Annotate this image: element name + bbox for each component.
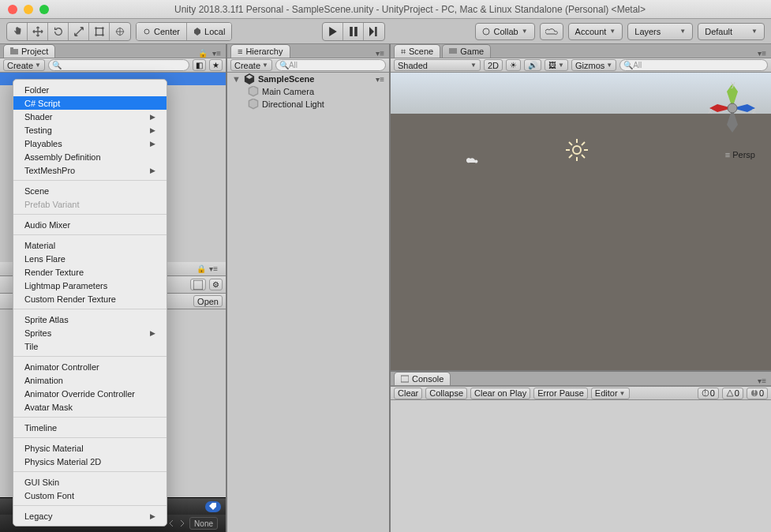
scene-tab[interactable]: ⌗Scene <box>394 44 440 58</box>
hierarchy-search[interactable]: 🔍All <box>275 59 386 71</box>
collapse-button[interactable]: Collapse <box>425 388 467 399</box>
clear-on-play-button[interactable]: Clear on Play <box>470 388 530 399</box>
scale-tool[interactable] <box>69 23 89 40</box>
menu-item-assembly-definition[interactable]: Assembly Definition <box>13 150 167 163</box>
menu-item-material[interactable]: Material <box>13 238 167 252</box>
inspector-icon[interactable] <box>190 279 206 290</box>
lock-icon[interactable]: 🔒 <box>198 49 208 58</box>
chevron-right-icon[interactable] <box>178 519 186 527</box>
favorite-icon[interactable]: ★ <box>209 59 223 71</box>
menu-item-lightmap-parameters[interactable]: Lightmap Parameters <box>13 279 167 292</box>
account-button[interactable]: Account▼ <box>568 23 623 40</box>
menu-item-render-texture[interactable]: Render Texture <box>13 265 167 279</box>
menu-item-custom-render-texture[interactable]: Custom Render Texture <box>13 292 167 305</box>
unity-icon <box>244 73 255 84</box>
scene-row[interactable]: ▼ SampleScene ▾≡ <box>227 73 389 85</box>
draw-mode-select[interactable]: Shaded▼ <box>394 59 481 71</box>
minimize-window[interactable] <box>24 5 33 14</box>
error-count[interactable]: !0 <box>747 388 768 399</box>
clear-button[interactable]: Clear <box>394 388 422 399</box>
warn-count[interactable]: 0 <box>722 388 743 399</box>
svg-point-9 <box>483 28 489 35</box>
open-button[interactable]: Open <box>193 295 223 307</box>
titlebar: Unity 2018.3.1f1 Personal - SampleScene.… <box>0 0 771 19</box>
menu-item-physics-material-2d[interactable]: Physics Material 2D <box>13 455 167 468</box>
project-create-button[interactable]: Create▼ <box>3 59 45 71</box>
gear-icon[interactable]: ⚙ <box>209 279 223 290</box>
step-button[interactable] <box>364 23 384 40</box>
menu-item-shader[interactable]: Shader▶ <box>13 110 167 123</box>
panel-menu[interactable]: ▾≡ <box>758 49 766 58</box>
menu-item-playables[interactable]: Playables▶ <box>13 137 167 150</box>
menu-item-sprite-atlas[interactable]: Sprite Atlas <box>13 313 167 326</box>
menu-item-testing[interactable]: Testing▶ <box>13 123 167 137</box>
move-tool[interactable] <box>28 23 48 40</box>
chevron-left-icon[interactable] <box>167 519 175 527</box>
project-search[interactable]: 🔍 <box>48 59 189 71</box>
pivot-center-button[interactable]: Center <box>137 23 187 40</box>
menu-item-scene[interactable]: Scene <box>13 184 167 197</box>
console-tab[interactable]: Console <box>394 372 451 385</box>
hand-tool[interactable] <box>7 23 28 40</box>
menu-item-animator-override-controller[interactable]: Animator Override Controller <box>13 387 167 400</box>
cloud-button[interactable] <box>540 23 563 40</box>
pause-button[interactable] <box>343 23 364 40</box>
rect-tool[interactable] <box>89 23 110 40</box>
none-selector[interactable]: None <box>189 517 218 530</box>
editor-button[interactable]: Editor▼ <box>591 388 630 399</box>
panel-menu[interactable]: ▾≡ <box>209 264 218 273</box>
project-tab[interactable]: Project <box>3 44 55 58</box>
info-count[interactable]: !0 <box>698 388 719 399</box>
orientation-gizmo[interactable]: x z y <box>705 81 760 136</box>
menu-item-tile[interactable]: Tile <box>13 339 167 353</box>
menu-item-physic-material[interactable]: Physic Material <box>13 441 167 455</box>
layout-button[interactable]: Default▼ <box>698 23 765 40</box>
hierarchy-item[interactable]: Main Camera <box>227 85 389 98</box>
scene-search[interactable]: 🔍All <box>619 59 768 71</box>
scene-menu[interactable]: ▾≡ <box>376 75 384 84</box>
scene-view[interactable]: x z y ≡ Persp <box>391 73 771 372</box>
menu-item-custom-font[interactable]: Custom Font <box>13 489 167 502</box>
menu-item-animation[interactable]: Animation <box>13 373 167 387</box>
game-tab[interactable]: Game <box>442 44 491 58</box>
menu-item-audio-mixer[interactable]: Audio Mixer <box>13 218 167 231</box>
projection-label[interactable]: ≡ Persp <box>725 150 755 159</box>
svg-point-2 <box>102 27 104 29</box>
panel-menu[interactable]: ▾≡ <box>212 49 221 58</box>
audio-toggle[interactable]: 🔊 <box>524 59 541 71</box>
menu-item-legacy[interactable]: Legacy▶ <box>13 509 167 523</box>
panel-menu[interactable]: ▾≡ <box>376 49 384 58</box>
pivot-local-button[interactable]: Local <box>187 23 231 40</box>
play-button[interactable] <box>323 23 343 40</box>
hierarchy-tab[interactable]: ≡Hierarchy <box>230 44 290 58</box>
menu-item-textmeshpro[interactable]: TextMeshPro▶ <box>13 163 167 177</box>
tag-icon[interactable] <box>205 501 221 512</box>
menu-item-timeline[interactable]: Timeline <box>13 421 167 434</box>
lock-icon[interactable]: 🔒 <box>196 264 206 273</box>
menu-item-sprites[interactable]: Sprites▶ <box>13 326 167 339</box>
gizmos-toggle[interactable]: Gizmos▼ <box>571 59 616 71</box>
light-toggle[interactable]: ☀ <box>506 59 521 71</box>
menu-item-lens-flare[interactable]: Lens Flare <box>13 252 167 265</box>
error-pause-button[interactable]: Error Pause <box>533 388 588 399</box>
close-window[interactable] <box>8 5 17 14</box>
console-output[interactable] <box>391 400 771 532</box>
zoom-window[interactable] <box>39 5 49 14</box>
panel-menu[interactable]: ▾≡ <box>758 377 766 385</box>
menu-item-prefab-variant: Prefab Variant <box>13 197 167 211</box>
menu-item-avatar-mask[interactable]: Avatar Mask <box>13 400 167 414</box>
2d-toggle[interactable]: 2D <box>484 59 503 71</box>
menu-item-folder[interactable]: Folder <box>13 83 167 96</box>
menu-item-animator-controller[interactable]: Animator Controller <box>13 360 167 373</box>
multi-tool[interactable] <box>110 23 130 40</box>
hierarchy-item[interactable]: Directional Light <box>227 98 389 111</box>
fx-toggle[interactable]: 🖼▼ <box>545 59 568 71</box>
menu-item-gui-skin[interactable]: GUI Skin <box>13 475 167 489</box>
svg-text:z: z <box>752 106 757 115</box>
menu-item-c-script[interactable]: C# Script <box>13 96 167 110</box>
filter-icon[interactable]: ◧ <box>193 59 206 71</box>
hierarchy-create-button[interactable]: Create▼ <box>230 59 272 71</box>
layers-button[interactable]: Layers▼ <box>627 23 693 40</box>
rotate-tool[interactable] <box>48 23 69 40</box>
collab-button[interactable]: Collab▼ <box>475 23 534 40</box>
